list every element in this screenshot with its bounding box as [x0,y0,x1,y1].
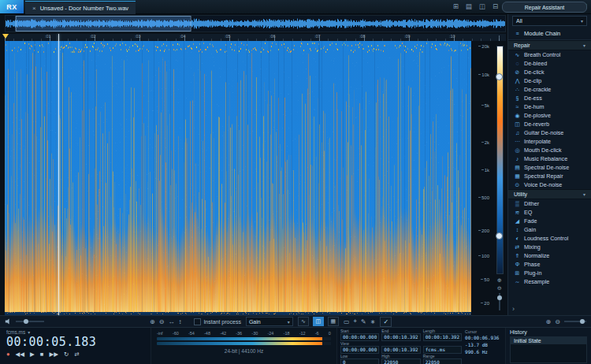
module-item[interactable]: § De-ess [508,94,591,102]
minimize-panel-icon[interactable]: ⊟ [492,2,498,10]
module-item[interactable]: ◎ Mouth De-click [508,146,591,154]
transport-button[interactable]: ◀◀ [16,351,25,358]
module-item[interactable]: ∿ Breath Control [508,50,591,59]
info-cell-value[interactable]: 00:00:10.392 [381,346,420,354]
apply-button[interactable]: ✓ [380,317,392,327]
time-format-dropdown[interactable]: fcms.ms ▾ [6,329,144,335]
transport-button[interactable]: ▶▶ [49,351,58,358]
layout-grid-icon[interactable]: ⊞ [453,2,459,10]
vzoom-in-icon[interactable]: ⊕ [497,277,502,284]
module-item[interactable]: ◐ Loudness Control [508,234,591,243]
vzoom-slider[interactable] [499,293,500,310]
module-item[interactable]: Φ Phase [508,260,591,269]
zoom-out-icon[interactable]: ⊖ [555,318,560,325]
lasso-tool-icon[interactable]: ⌖ [353,318,357,325]
colorbar-handle-bottom[interactable] [496,232,503,240]
transport-button[interactable]: ↻ [64,351,69,358]
zoom-in-icon[interactable]: ⊕ [150,318,155,325]
panel-rows-icon[interactable]: ▤ [466,2,472,10]
module-item[interactable]: ⋯ Interpolate [508,137,591,146]
freq-axis-label: 5k [485,103,489,108]
spectrogram-area[interactable] [5,41,471,315]
waveform-overview[interactable] [5,15,506,32]
spectrogram-view-button[interactable]: ▦ [328,317,339,326]
module-icon: ♪ [514,156,521,162]
module-item[interactable]: ♫ Guitar De-noise [508,128,591,137]
vertical-zoom-tools: ⊕ ⊖ [493,277,506,314]
utility-module-list: ▒ Dither ≋ EQ ◢ Fade ↕ Gain ◐ Loudness C… [508,199,591,286]
module-item[interactable]: ≋ EQ [508,208,591,217]
module-item[interactable]: ⊙ Voice De-noise [508,180,591,189]
selection-tools: ▭ ⌖ ✎ ∗ [344,318,375,325]
hzoom-slider[interactable] [564,321,586,322]
module-item[interactable]: ▦ Spectral Repair [508,172,591,180]
module-item[interactable]: ▒ Dither [508,199,591,208]
module-item[interactable]: ◢ Fade [508,217,591,225]
module-item[interactable]: ↕ Gain [508,225,591,234]
repair-section-header[interactable]: Repair ▾ [508,40,591,50]
utility-section-label: Utility [514,191,527,197]
module-item[interactable]: ⇄ Mixing [508,243,591,251]
transport-button[interactable]: ▶ [30,351,35,358]
time-ruler[interactable]: :01:02:03:04:05:06:07:08:09:10 [5,34,506,41]
zoom-in-icon[interactable]: ⊕ [546,318,552,325]
overview-canvas[interactable] [6,16,505,32]
module-item[interactable]: ⊞ Plug-in [508,269,591,277]
playhead-marker-icon[interactable] [2,34,9,39]
info-cell-value[interactable]: 00:00:10.392 [423,333,462,341]
view-toggle-group: ∿ ◫ ▦ [298,317,339,326]
wand-tool-icon[interactable]: ∗ [370,318,376,325]
module-item[interactable]: ◫ De-reverb [508,120,591,128]
module-filter-dropdown[interactable]: All ▾ [512,16,587,26]
module-item[interactable]: ◌ De-bleed [508,59,591,68]
info-cell-value[interactable]: fcms.ms [423,346,462,354]
zoom-vertical-icon[interactable]: ↕ [178,318,181,325]
module-item[interactable]: ◉ De-plosive [508,111,591,120]
info-cell-value[interactable]: 00:00:00.000 [340,333,379,341]
checkbox-box[interactable] [194,318,201,325]
module-item[interactable]: ⇑ Normalize [508,251,591,260]
transport-button[interactable]: ■ [40,351,44,358]
process-select[interactable]: Gain ▾ [246,317,293,326]
module-item[interactable]: ∼ Resample [508,277,591,286]
meter-scale-label: -6 [315,331,319,336]
transport-button[interactable]: ⇄ [74,351,79,358]
volume-icon[interactable] [5,318,11,325]
freq-axis-label: 10k [481,72,489,77]
brush-tool-icon[interactable]: ✎ [361,318,366,325]
info-cell-value[interactable]: 0 [340,358,379,364]
module-item[interactable]: ▤ Spectral De-noise [508,163,591,172]
combined-view-button[interactable]: ◫ [313,317,324,326]
repair-assistant-button[interactable]: Repair Assistant [502,2,587,13]
split-view-icon[interactable]: ◫ [479,2,485,10]
volume-slider[interactable] [16,321,44,322]
module-item[interactable]: ♪ Music Rebalance [508,154,591,163]
vzoom-out-icon[interactable]: ⊖ [497,285,502,292]
panel-collapse-arrow[interactable]: › [512,305,515,313]
module-item[interactable]: ∴ De-crackle [508,85,591,94]
utility-section-header[interactable]: Utility ▾ [508,189,591,199]
module-icon: ⇑ [514,253,521,259]
module-chain-item[interactable]: ≡ Module Chain [508,28,591,40]
transport-button[interactable]: ● [6,351,10,358]
document-tab[interactable]: × Unsaved - Door Number Two.wav [25,1,136,14]
tab-close-icon[interactable]: × [32,5,36,12]
info-cell-value[interactable]: 22050 [423,358,462,364]
info-cell-value[interactable]: 00:00:00.000 [340,346,379,354]
zoom-horizontal-icon[interactable]: ↔ [168,318,174,325]
info-cell-value[interactable]: 22050 [381,358,420,364]
module-item[interactable]: ⋀ De-clip [508,76,591,85]
colorbar-handle-top[interactable] [496,73,503,80]
module-item[interactable]: ⊘ De-click [508,68,591,76]
history-item[interactable]: Initial State [511,337,586,344]
time-selection-tool-icon[interactable]: ▭ [344,318,350,325]
module-label: Guitar De-noise [524,129,563,136]
instant-process-checkbox[interactable]: Instant process [194,318,240,325]
waveform-view-button[interactable]: ∿ [298,317,309,326]
zoom-out-icon[interactable]: ⊖ [159,318,165,325]
module-item[interactable]: ≈ De-hum [508,102,591,111]
history-panel: History Initial State [506,328,591,364]
spectrogram[interactable] [5,41,471,315]
spectrogram-colorbar[interactable] [496,46,504,274]
info-cell-value[interactable]: 00:00:10.392 [381,333,420,341]
